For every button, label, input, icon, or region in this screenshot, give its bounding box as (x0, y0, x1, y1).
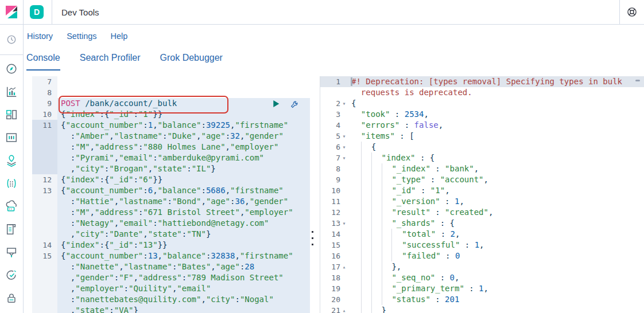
code-line[interactable]: "_type" : "account", (348, 174, 644, 185)
line-number: 6 (336, 142, 340, 152)
panel-resize-handle[interactable] (312, 231, 313, 245)
code-line[interactable]: "successful" : 1, (348, 240, 644, 251)
line-number: 16 (331, 251, 340, 261)
code-line[interactable]: :"M","address":"880 Holmes Lane","employ… (57, 142, 310, 152)
code-row: 12{"index":{"_id":"6"}} (32, 174, 310, 185)
code-line[interactable]: requests is deprecated. (348, 87, 644, 98)
code-line[interactable] (57, 76, 310, 87)
sidebar-item-dashboard[interactable] (0, 103, 23, 126)
code-line[interactable]: "index" : { (348, 152, 644, 163)
fold-toggle-icon[interactable]: ▴ (340, 261, 348, 272)
sidebar-item-canvas[interactable] (0, 126, 23, 149)
line-number: 8 (47, 87, 52, 98)
scrollbar-thumb[interactable] (635, 80, 640, 81)
code-line[interactable]: :"Netagy","email":"hattiebond@netagy.com… (57, 218, 310, 229)
code-line[interactable]: { (348, 98, 644, 109)
indent-guide (361, 229, 371, 240)
fold-toggle-icon[interactable]: ▾ (340, 218, 348, 229)
code-line[interactable]: "_version" : 1, (348, 196, 644, 207)
uptime-check-icon (5, 269, 18, 281)
line-number: 15 (331, 240, 340, 251)
code-line[interactable]: {"account_number":13,"balance":32838,"fi… (57, 251, 310, 261)
code-line[interactable]: "result" : "created", (348, 207, 644, 218)
gutter-cell (32, 196, 57, 207)
send-request-button[interactable] (271, 99, 281, 109)
code-row: 6▾{ (320, 142, 644, 152)
fold-toggle-icon[interactable]: ▾ (340, 131, 348, 142)
menu-item-history[interactable]: History (27, 32, 53, 41)
code-line[interactable]: ,"employer":"Quility","email" (57, 283, 310, 294)
indent-guide (371, 174, 382, 185)
code-line[interactable]: "total" : 2, (348, 229, 644, 240)
tab-grok-debugger[interactable]: Grok Debugger (160, 53, 223, 71)
code-line[interactable]: "status" : 201 (348, 294, 644, 305)
compass-icon (5, 62, 18, 75)
code-line[interactable]: :"Nanette","lastname":"Bates","age":28 (57, 261, 310, 272)
tab-console[interactable]: Console (26, 53, 60, 71)
code-line[interactable]: {"index":{"_id":"6"}} (57, 174, 310, 185)
sidebar-item-logs[interactable] (0, 218, 23, 241)
gutter-cell (32, 131, 57, 142)
code-line[interactable]: "_primary_term" : 1, (348, 283, 644, 294)
wrench-icon (290, 99, 300, 109)
code-line[interactable]: ,"state":"VA"} (57, 305, 310, 313)
code-line[interactable]: ,"gender":"F","address":"789 Madison Str… (57, 272, 310, 283)
page-title: Dev Tools (61, 7, 99, 17)
sidebar-item-machine-learning[interactable] (0, 172, 23, 195)
code-line[interactable]: "items" : [ (348, 131, 644, 142)
code-line[interactable]: :"nanettebates@quility.com","city":"Noga… (57, 294, 310, 305)
code-line[interactable]: "_index" : "bank", (348, 163, 644, 174)
request-options-button[interactable] (289, 99, 300, 109)
code-line[interactable]: "took" : 2534, (348, 109, 644, 120)
code-line[interactable]: "_shards" : { (348, 218, 644, 229)
code-line[interactable]: ,"city":"Dante","state":"TN"} (57, 229, 310, 240)
request-editor[interactable]: 789POST /bank/account/_bulk10{"index":{"… (32, 76, 310, 313)
tab-search-profiler[interactable]: Search Profiler (80, 53, 141, 71)
code-line[interactable]: }, (348, 261, 644, 272)
sidebar-item-infrastructure[interactable] (0, 195, 23, 218)
menu-item-settings[interactable]: Settings (67, 32, 96, 41)
code-line[interactable]: #! Deprecation: [types removal] Specifyi… (348, 76, 644, 87)
code-line[interactable]: {"index":{"_id":"13"}} (57, 240, 310, 251)
kibana-logo-icon (5, 5, 18, 19)
help-menu-button[interactable] (620, 0, 644, 24)
line-number: 18 (331, 272, 340, 283)
fold-toggle-icon[interactable]: ▾ (340, 152, 348, 163)
code-line[interactable]: :"Hattie","lastname":"Bond","age":36,"ge… (57, 196, 310, 207)
fold-toggle-icon[interactable]: ▾ (340, 98, 348, 109)
sidebar-item-visualize[interactable] (0, 80, 23, 103)
response-viewer[interactable]: 1#! Deprecation: [types removal] Specify… (320, 76, 644, 313)
code-line[interactable]: "_seq_no" : 0, (348, 272, 644, 283)
request-actions (271, 99, 300, 109)
sidebar-item-apm[interactable] (0, 241, 23, 264)
code-line[interactable]: { (348, 142, 644, 152)
code-line[interactable]: :"Pyrami","email":"amberduke@pyrami.com" (57, 152, 310, 163)
recently-viewed-button[interactable] (0, 25, 23, 55)
fold-toggle-icon[interactable]: ▾ (340, 142, 348, 152)
code-line[interactable]: "failed" : 0 (348, 251, 644, 261)
code-row: 7▾"index" : { (320, 152, 644, 163)
code-line[interactable]: :"M","address":"671 Bristol Street","emp… (57, 207, 310, 218)
line-number: 2 (336, 98, 340, 109)
gutter-cell: 13▾ (320, 218, 348, 229)
code-line[interactable]: :"Amber","lastname":"Duke","age":32,"gen… (57, 131, 310, 142)
code-line[interactable]: "errors" : false, (348, 120, 644, 131)
code-line[interactable]: {"account_number":6,"balance":5686,"firs… (57, 185, 310, 196)
menu-item-help[interactable]: Help (111, 32, 128, 41)
indent-guide (361, 218, 371, 229)
code-line[interactable]: {"index":{"_id":"1"}} (57, 109, 310, 120)
sidebar-item-uptime[interactable] (0, 264, 23, 287)
fold-toggle-icon[interactable]: ▴ (340, 305, 348, 313)
gutter-cell: 6▾ (320, 142, 348, 152)
code-line[interactable]: "_id" : "1", (348, 185, 644, 196)
code-line[interactable] (57, 87, 310, 98)
kibana-logo[interactable] (0, 0, 23, 25)
sidebar-item-discover[interactable] (0, 57, 23, 80)
code-row: ,"gender":"F","address":"789 Madison Str… (32, 272, 310, 283)
code-line[interactable]: ,"city":"Brogan","state":"IL"} (57, 163, 310, 174)
gutter-cell: 7▾ (320, 152, 348, 163)
sidebar-item-maps[interactable] (0, 149, 23, 172)
code-line[interactable]: {"account_number":1,"balance":39225,"fir… (57, 120, 310, 131)
code-line[interactable]: } (348, 305, 644, 313)
sidebar-item-security[interactable] (0, 287, 23, 310)
